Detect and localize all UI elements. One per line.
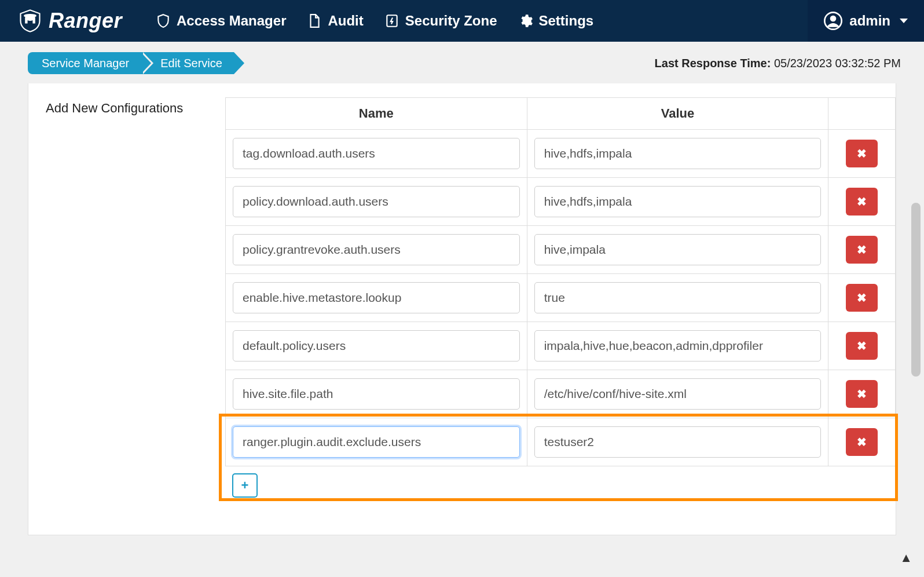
response-value: 05/23/2023 03:32:52 PM [774,57,901,70]
table-row: ✖ [226,130,896,178]
delete-row-button[interactable]: ✖ [846,188,878,216]
user-icon [824,12,842,30]
nav-settings[interactable]: Settings [508,0,604,42]
scroll-top-button[interactable]: ▲ [900,550,912,565]
config-value-input[interactable] [534,186,822,217]
gear-icon [518,13,533,28]
table-row: ✖ [226,370,896,418]
table-row: ✖ [226,178,896,226]
config-value-input[interactable] [534,282,822,313]
config-table-area: Name Value ✖✖✖✖✖✖✖ + [225,97,896,521]
section-title: Add New Configurations [46,97,219,521]
config-value-input[interactable] [534,426,822,458]
nav-access-manager[interactable]: Access Manager [145,0,296,42]
chevron-down-icon [900,19,908,23]
config-name-input[interactable] [233,426,520,458]
delete-row-button[interactable]: ✖ [846,284,878,312]
delete-row-button[interactable]: ✖ [846,428,878,456]
col-header-actions [828,98,896,130]
table-row: ✖ [226,418,896,466]
nav-label: Access Manager [177,13,286,29]
config-name-input[interactable] [233,186,520,217]
config-value-input[interactable] [534,330,822,361]
svg-point-3 [830,16,837,22]
shield-icon [156,13,171,28]
config-name-input[interactable] [233,282,520,313]
sub-toolbar: Service Manager Edit Service Last Respon… [0,42,924,78]
col-header-name: Name [226,98,527,130]
config-value-input[interactable] [534,138,822,169]
user-name: admin [849,13,890,29]
content-card: Add New Configurations Name Value ✖✖✖✖✖✖… [28,83,896,535]
table-row: ✖ [226,322,896,370]
config-name-input[interactable] [233,234,520,265]
delete-row-button[interactable]: ✖ [846,380,878,408]
nav-label: Settings [539,13,594,29]
breadcrumb: Service Manager Edit Service [28,52,234,74]
user-menu[interactable]: admin [808,0,924,42]
config-value-input[interactable] [534,234,822,265]
bolt-icon [384,13,399,28]
col-header-value: Value [527,98,828,130]
nav-audit[interactable]: Audit [296,0,373,42]
top-navbar: Ranger Access Manager Audit Security Zon… [0,0,924,42]
config-name-input[interactable] [233,330,520,361]
brand-logo[interactable]: Ranger [17,8,122,34]
add-row-button[interactable]: + [232,473,258,498]
table-row: ✖ [226,226,896,274]
delete-row-button[interactable]: ✖ [846,236,878,264]
delete-row-button[interactable]: ✖ [846,332,878,360]
config-name-input[interactable] [233,138,520,169]
ranger-shield-icon [17,8,43,34]
nav-label: Security Zone [405,13,497,29]
table-row: ✖ [226,274,896,322]
document-icon [307,13,322,28]
config-table: Name Value ✖✖✖✖✖✖✖ [225,97,896,466]
response-label: Last Response Time: [655,57,771,70]
breadcrumb-edit-service[interactable]: Edit Service [141,52,234,74]
config-value-input[interactable] [534,378,822,410]
last-response-time: Last Response Time: 05/23/2023 03:32:52 … [655,57,901,70]
config-name-input[interactable] [233,378,520,410]
brand-text: Ranger [49,9,122,33]
scrollbar-thumb[interactable] [911,203,921,377]
breadcrumb-service-manager[interactable]: Service Manager [28,52,141,74]
delete-row-button[interactable]: ✖ [846,140,878,167]
nav-security-zone[interactable]: Security Zone [374,0,508,42]
nav-label: Audit [328,13,363,29]
